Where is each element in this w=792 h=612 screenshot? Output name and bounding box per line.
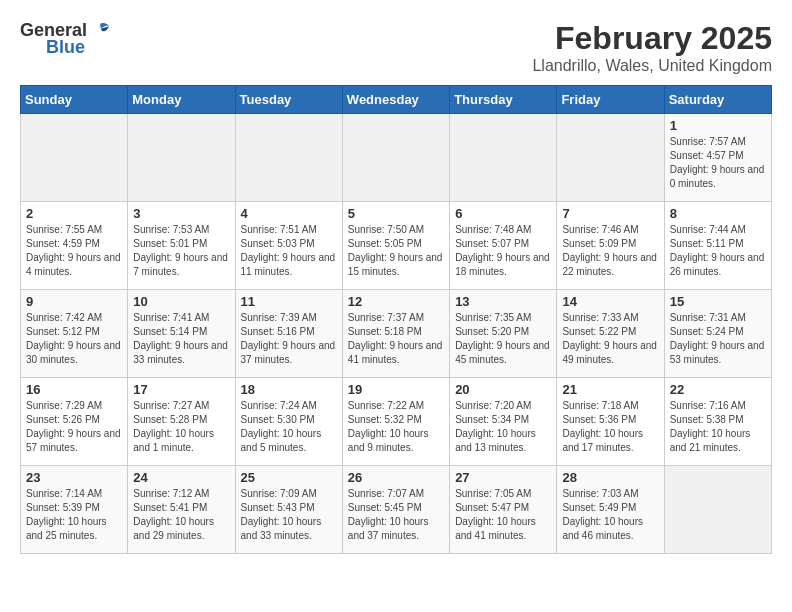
day-number: 5 [348,206,444,221]
day-info: Sunrise: 7:48 AM Sunset: 5:07 PM Dayligh… [455,223,551,279]
weekday-header-sunday: Sunday [21,86,128,114]
day-number: 9 [26,294,122,309]
calendar-day [450,114,557,202]
calendar-day [21,114,128,202]
day-number: 28 [562,470,658,485]
calendar-day: 25Sunrise: 7:09 AM Sunset: 5:43 PM Dayli… [235,466,342,554]
calendar-day: 23Sunrise: 7:14 AM Sunset: 5:39 PM Dayli… [21,466,128,554]
calendar-day: 16Sunrise: 7:29 AM Sunset: 5:26 PM Dayli… [21,378,128,466]
day-info: Sunrise: 7:57 AM Sunset: 4:57 PM Dayligh… [670,135,766,191]
calendar-day: 28Sunrise: 7:03 AM Sunset: 5:49 PM Dayli… [557,466,664,554]
day-info: Sunrise: 7:24 AM Sunset: 5:30 PM Dayligh… [241,399,337,455]
day-info: Sunrise: 7:55 AM Sunset: 4:59 PM Dayligh… [26,223,122,279]
calendar-day: 11Sunrise: 7:39 AM Sunset: 5:16 PM Dayli… [235,290,342,378]
calendar-week-1: 1Sunrise: 7:57 AM Sunset: 4:57 PM Daylig… [21,114,772,202]
day-number: 20 [455,382,551,397]
calendar-day: 9Sunrise: 7:42 AM Sunset: 5:12 PM Daylig… [21,290,128,378]
calendar-week-5: 23Sunrise: 7:14 AM Sunset: 5:39 PM Dayli… [21,466,772,554]
day-info: Sunrise: 7:05 AM Sunset: 5:47 PM Dayligh… [455,487,551,543]
calendar-day: 2Sunrise: 7:55 AM Sunset: 4:59 PM Daylig… [21,202,128,290]
day-info: Sunrise: 7:31 AM Sunset: 5:24 PM Dayligh… [670,311,766,367]
day-number: 11 [241,294,337,309]
day-number: 2 [26,206,122,221]
day-number: 16 [26,382,122,397]
calendar-day: 24Sunrise: 7:12 AM Sunset: 5:41 PM Dayli… [128,466,235,554]
day-info: Sunrise: 7:14 AM Sunset: 5:39 PM Dayligh… [26,487,122,543]
day-number: 24 [133,470,229,485]
calendar-day: 8Sunrise: 7:44 AM Sunset: 5:11 PM Daylig… [664,202,771,290]
weekday-header-saturday: Saturday [664,86,771,114]
calendar-day: 14Sunrise: 7:33 AM Sunset: 5:22 PM Dayli… [557,290,664,378]
calendar-day [664,466,771,554]
calendar-day: 20Sunrise: 7:20 AM Sunset: 5:34 PM Dayli… [450,378,557,466]
weekday-header-thursday: Thursday [450,86,557,114]
day-number: 27 [455,470,551,485]
day-info: Sunrise: 7:44 AM Sunset: 5:11 PM Dayligh… [670,223,766,279]
day-info: Sunrise: 7:39 AM Sunset: 5:16 PM Dayligh… [241,311,337,367]
day-info: Sunrise: 7:35 AM Sunset: 5:20 PM Dayligh… [455,311,551,367]
day-info: Sunrise: 7:07 AM Sunset: 5:45 PM Dayligh… [348,487,444,543]
day-number: 17 [133,382,229,397]
day-info: Sunrise: 7:33 AM Sunset: 5:22 PM Dayligh… [562,311,658,367]
calendar-day: 27Sunrise: 7:05 AM Sunset: 5:47 PM Dayli… [450,466,557,554]
weekday-header-monday: Monday [128,86,235,114]
day-info: Sunrise: 7:16 AM Sunset: 5:38 PM Dayligh… [670,399,766,455]
day-info: Sunrise: 7:18 AM Sunset: 5:36 PM Dayligh… [562,399,658,455]
day-info: Sunrise: 7:20 AM Sunset: 5:34 PM Dayligh… [455,399,551,455]
calendar-day: 10Sunrise: 7:41 AM Sunset: 5:14 PM Dayli… [128,290,235,378]
day-number: 13 [455,294,551,309]
day-number: 8 [670,206,766,221]
day-info: Sunrise: 7:37 AM Sunset: 5:18 PM Dayligh… [348,311,444,367]
day-number: 25 [241,470,337,485]
weekday-header-row: SundayMondayTuesdayWednesdayThursdayFrid… [21,86,772,114]
calendar-day [557,114,664,202]
day-info: Sunrise: 7:41 AM Sunset: 5:14 PM Dayligh… [133,311,229,367]
calendar-title-area: February 2025 Llandrillo, Wales, United … [532,20,772,75]
calendar-week-2: 2Sunrise: 7:55 AM Sunset: 4:59 PM Daylig… [21,202,772,290]
calendar-day: 12Sunrise: 7:37 AM Sunset: 5:18 PM Dayli… [342,290,449,378]
calendar-day: 18Sunrise: 7:24 AM Sunset: 5:30 PM Dayli… [235,378,342,466]
calendar-day: 26Sunrise: 7:07 AM Sunset: 5:45 PM Dayli… [342,466,449,554]
logo-blue: Blue [46,37,85,58]
calendar-table: SundayMondayTuesdayWednesdayThursdayFrid… [20,85,772,554]
day-number: 12 [348,294,444,309]
calendar-day [128,114,235,202]
calendar-day: 5Sunrise: 7:50 AM Sunset: 5:05 PM Daylig… [342,202,449,290]
day-info: Sunrise: 7:46 AM Sunset: 5:09 PM Dayligh… [562,223,658,279]
day-number: 21 [562,382,658,397]
calendar-day: 4Sunrise: 7:51 AM Sunset: 5:03 PM Daylig… [235,202,342,290]
day-number: 19 [348,382,444,397]
day-info: Sunrise: 7:51 AM Sunset: 5:03 PM Dayligh… [241,223,337,279]
day-number: 10 [133,294,229,309]
day-number: 22 [670,382,766,397]
calendar-day: 15Sunrise: 7:31 AM Sunset: 5:24 PM Dayli… [664,290,771,378]
calendar-day: 22Sunrise: 7:16 AM Sunset: 5:38 PM Dayli… [664,378,771,466]
day-info: Sunrise: 7:27 AM Sunset: 5:28 PM Dayligh… [133,399,229,455]
day-number: 15 [670,294,766,309]
day-number: 26 [348,470,444,485]
calendar-week-4: 16Sunrise: 7:29 AM Sunset: 5:26 PM Dayli… [21,378,772,466]
day-info: Sunrise: 7:12 AM Sunset: 5:41 PM Dayligh… [133,487,229,543]
day-info: Sunrise: 7:22 AM Sunset: 5:32 PM Dayligh… [348,399,444,455]
calendar-day: 3Sunrise: 7:53 AM Sunset: 5:01 PM Daylig… [128,202,235,290]
calendar-day: 17Sunrise: 7:27 AM Sunset: 5:28 PM Dayli… [128,378,235,466]
day-info: Sunrise: 7:29 AM Sunset: 5:26 PM Dayligh… [26,399,122,455]
calendar-day: 13Sunrise: 7:35 AM Sunset: 5:20 PM Dayli… [450,290,557,378]
day-number: 18 [241,382,337,397]
day-number: 4 [241,206,337,221]
calendar-subtitle: Llandrillo, Wales, United Kingdom [532,57,772,75]
day-number: 6 [455,206,551,221]
day-info: Sunrise: 7:53 AM Sunset: 5:01 PM Dayligh… [133,223,229,279]
day-number: 23 [26,470,122,485]
logo-bird-icon [89,22,111,40]
day-info: Sunrise: 7:09 AM Sunset: 5:43 PM Dayligh… [241,487,337,543]
calendar-week-3: 9Sunrise: 7:42 AM Sunset: 5:12 PM Daylig… [21,290,772,378]
calendar-day: 6Sunrise: 7:48 AM Sunset: 5:07 PM Daylig… [450,202,557,290]
day-info: Sunrise: 7:42 AM Sunset: 5:12 PM Dayligh… [26,311,122,367]
day-info: Sunrise: 7:50 AM Sunset: 5:05 PM Dayligh… [348,223,444,279]
calendar-day [235,114,342,202]
day-number: 1 [670,118,766,133]
day-number: 14 [562,294,658,309]
calendar-day: 21Sunrise: 7:18 AM Sunset: 5:36 PM Dayli… [557,378,664,466]
logo: General Blue [20,20,111,58]
